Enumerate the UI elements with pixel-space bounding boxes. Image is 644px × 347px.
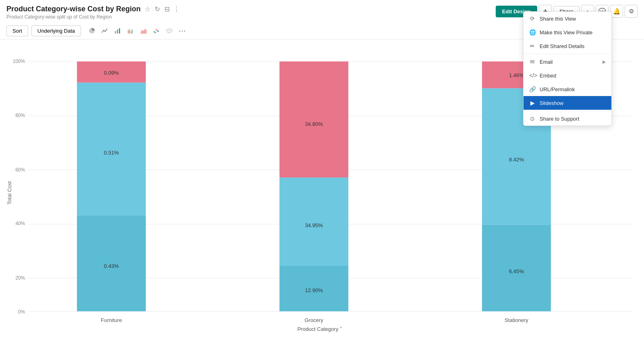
- svg-point-10: [155, 32, 156, 33]
- map-icon[interactable]: [163, 25, 175, 37]
- svg-rect-6: [132, 29, 133, 33]
- menu-label-make-private: Make this View Private: [540, 29, 592, 36]
- line-chart-icon[interactable]: [99, 25, 111, 37]
- edit-icon: ✏: [529, 43, 536, 49]
- email-icon: ✉: [529, 59, 536, 65]
- slideshow-icon: ▶: [529, 100, 536, 106]
- settings-icon-button[interactable]: ⚙: [625, 5, 638, 18]
- svg-text:8.42%: 8.42%: [509, 157, 524, 163]
- email-arrow-icon: ▶: [602, 59, 606, 65]
- menu-label-email: Email: [540, 59, 553, 65]
- menu-item-url[interactable]: 🔗 URL/Permalink: [524, 82, 611, 96]
- svg-text:0.51%: 0.51%: [104, 150, 119, 156]
- area-chart-icon[interactable]: [137, 25, 150, 37]
- svg-text:1.46%: 1.46%: [509, 72, 524, 78]
- svg-text:6.45%: 6.45%: [509, 268, 524, 274]
- menu-item-edit-shared[interactable]: ✏ Edit Shared Details: [524, 39, 611, 53]
- menu-label-slideshow: Slideshow: [540, 100, 563, 106]
- divider-2: [524, 111, 611, 111]
- svg-rect-4: [129, 29, 130, 33]
- menu-item-share-support[interactable]: ⊙ Share to Support: [524, 112, 611, 125]
- menu-item-slideshow[interactable]: ▶ Slideshow: [524, 96, 611, 110]
- y-axis-label: Total Cost: [6, 181, 12, 205]
- star-icon[interactable]: ☆: [144, 6, 151, 13]
- svg-text:Grocery: Grocery: [305, 317, 324, 323]
- svg-text:12.90%: 12.90%: [305, 287, 323, 293]
- furniture-seg2[interactable]: [77, 83, 146, 215]
- menu-item-share-this-view[interactable]: ⟳ Share this View: [524, 12, 611, 25]
- svg-rect-5: [131, 31, 131, 33]
- svg-point-9: [157, 30, 159, 32]
- page-wrapper: Product Category-wise Cost by Region ☆ ↻…: [0, 0, 644, 347]
- dropdown-menu: ⟳ Share this View 🌐 Make this View Priva…: [523, 11, 612, 126]
- chart-type-icons: ⋯: [86, 25, 188, 37]
- divider-1: [524, 54, 611, 54]
- settings-icon: ⚙: [629, 8, 634, 15]
- svg-text:60%: 60%: [15, 167, 25, 173]
- menu-item-make-private[interactable]: 🌐 Make this View Private: [524, 25, 611, 39]
- sort-button[interactable]: Sort: [6, 25, 28, 36]
- menu-label-url: URL/Permalink: [540, 86, 575, 92]
- scatter-chart-icon[interactable]: [150, 25, 162, 37]
- title-row: Product Category-wise Cost by Region ☆ ↻…: [6, 5, 180, 13]
- svg-text:Furniture: Furniture: [101, 317, 122, 323]
- svg-text:Stationery: Stationery: [505, 317, 528, 323]
- menu-item-embed[interactable]: </> Embed: [524, 69, 611, 82]
- pie-chart-icon[interactable]: [86, 25, 98, 37]
- title-icons: ☆ ↻ ⊟ ⋮: [144, 6, 180, 13]
- svg-text:20%: 20%: [15, 275, 25, 281]
- lock-icon: 🌐: [529, 29, 536, 36]
- bar-chart-icon[interactable]: [112, 25, 124, 37]
- link-icon: 🔗: [529, 86, 536, 92]
- header-left: Product Category-wise Cost by Region ☆ ↻…: [6, 5, 180, 20]
- svg-text:80%: 80%: [15, 113, 25, 118]
- subtitle: Product Category-wise split up of Cost b…: [6, 14, 180, 20]
- more-options-icon[interactable]: ⋮: [173, 6, 180, 13]
- grouped-bar-icon[interactable]: [125, 25, 137, 37]
- share-icon: ⟳: [529, 15, 536, 22]
- svg-rect-2: [119, 28, 120, 33]
- embed-icon: </>: [529, 72, 536, 79]
- menu-label-share-support: Share to Support: [540, 116, 579, 122]
- svg-rect-3: [128, 30, 129, 33]
- svg-text:0%: 0%: [18, 309, 25, 315]
- grocery-seg2[interactable]: [279, 178, 348, 266]
- svg-text:0.09%: 0.09%: [104, 70, 119, 76]
- svg-text:34.95%: 34.95%: [305, 222, 323, 228]
- svg-point-8: [156, 29, 157, 31]
- stationery-seg3[interactable]: [482, 224, 551, 311]
- svg-text:34.80%: 34.80%: [305, 121, 323, 127]
- menu-item-email[interactable]: ✉ Email ▶: [524, 55, 611, 69]
- svg-text:100%: 100%: [12, 59, 25, 64]
- menu-label-share-this-view: Share this View: [540, 16, 576, 22]
- chart-more-icon[interactable]: ⋯: [176, 25, 188, 37]
- svg-rect-0: [115, 31, 116, 33]
- grocery-seg1[interactable]: [279, 61, 348, 177]
- support-icon: ⊙: [529, 115, 536, 122]
- save-icon[interactable]: ⊟: [163, 6, 170, 13]
- page-title: Product Category-wise Cost by Region: [6, 5, 141, 13]
- menu-label-edit-shared: Edit Shared Details: [540, 43, 584, 49]
- alarm-icon: 🔔: [613, 8, 621, 15]
- alarm-icon-button[interactable]: 🔔: [610, 5, 623, 18]
- refresh-icon[interactable]: ↻: [154, 6, 161, 13]
- menu-label-embed: Embed: [540, 73, 556, 79]
- svg-text:40%: 40%: [15, 221, 25, 226]
- svg-point-7: [154, 31, 155, 33]
- underlying-data-button[interactable]: Underlying Data: [31, 25, 81, 36]
- svg-text:Product Category ˅: Product Category ˅: [297, 326, 343, 332]
- svg-text:0.43%: 0.43%: [104, 263, 119, 269]
- svg-rect-1: [117, 29, 118, 33]
